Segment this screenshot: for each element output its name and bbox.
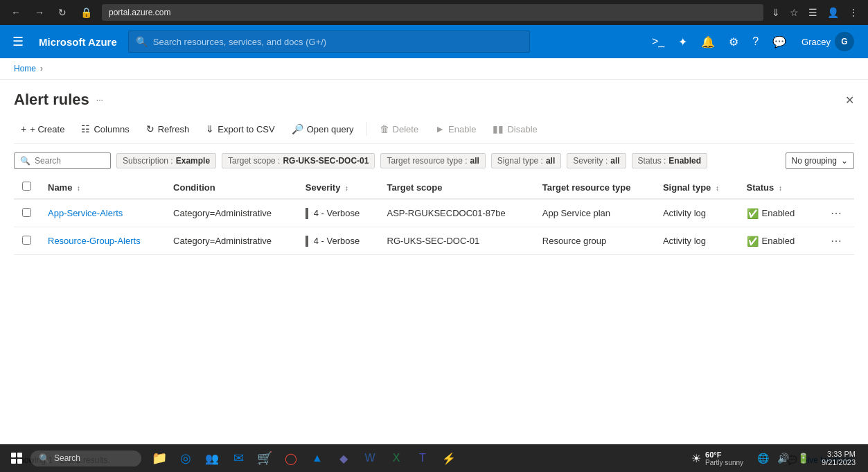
browser-download-icon[interactable]: ⇓ <box>769 6 783 19</box>
hamburger-menu-icon[interactable]: ☰ <box>8 31 28 52</box>
search-box[interactable]: 🔍 <box>14 152 111 169</box>
taskbar-word-icon[interactable]: W <box>357 446 382 471</box>
azure-search-bar[interactable]: 🔍 <box>128 30 530 53</box>
feedback-button[interactable]: 💬 <box>768 33 790 51</box>
notifications-button[interactable]: 🔔 <box>697 33 719 51</box>
name-column-header[interactable]: Name ↕ <box>39 176 165 199</box>
condition-column-header[interactable]: Condition <box>165 176 297 199</box>
browser-favorites-icon[interactable]: ☆ <box>787 6 801 19</box>
severity-value: all <box>610 156 619 166</box>
taskbar-chrome-icon[interactable]: ◯ <box>278 446 303 471</box>
row-checkbox-0[interactable] <box>22 208 31 217</box>
taskbar-teams-icon[interactable]: 👥 <box>200 446 224 471</box>
clock-time: 3:33 PM <box>822 450 856 458</box>
breadcrumb-home-link[interactable]: Home <box>14 64 36 73</box>
page-container: Alert rules ··· ✕ + + Create ☷ Columns ↻… <box>0 80 868 446</box>
more-actions-button[interactable]: ⋯ <box>826 205 846 221</box>
row-checkbox-cell[interactable] <box>14 227 39 255</box>
azure-logo: Microsoft Azure <box>39 36 117 48</box>
weather-desc: Partly sunny <box>705 459 743 466</box>
taskbar-power-icon[interactable]: ⚡ <box>436 446 461 471</box>
subscription-filter[interactable]: Subscription : Example <box>116 153 216 168</box>
severity-sort-icon: ↕ <box>345 184 348 192</box>
weather-widget[interactable]: ☀ 60°F Partly sunny <box>686 449 749 468</box>
select-all-checkbox[interactable] <box>22 182 31 191</box>
refresh-button[interactable]: ↻ Refresh <box>139 120 197 138</box>
row-actions-cell: ⋯ <box>813 199 854 227</box>
taskbar-sys-tray: ☀ 60°F Partly sunny 🌐 🔊 🔋 3:33 PM 9/21/2… <box>686 448 862 468</box>
browser-extensions-icon[interactable]: ☰ <box>806 6 820 19</box>
export-csv-button[interactable]: ⇓ Export to CSV <box>199 120 281 138</box>
status-label: Status : <box>638 156 666 166</box>
taskbar-teams3-icon[interactable]: T <box>410 446 435 471</box>
severity-filter[interactable]: Severity : all <box>567 153 626 168</box>
target-scope-column-header[interactable]: Target scope <box>379 176 534 199</box>
row-name-link[interactable]: App-Service-Alerts <box>48 208 123 218</box>
nav-back-button[interactable]: ← <box>7 4 25 21</box>
search-icon: 🔍 <box>20 156 30 166</box>
taskbar-store-icon[interactable]: 🛒 <box>252 446 277 471</box>
signal-type-filter[interactable]: Signal type : all <box>491 153 561 168</box>
enable-icon: ► <box>435 123 445 134</box>
severity-column-header[interactable]: Severity ↕ <box>297 176 379 199</box>
azure-search-input[interactable] <box>153 37 522 47</box>
disable-button[interactable]: ▮▮ Disable <box>486 120 544 138</box>
delete-button[interactable]: 🗑 Delete <box>373 120 426 138</box>
taskbar-search-text: Search <box>54 453 80 463</box>
taskbar-browser-icon[interactable]: ◎ <box>173 446 198 471</box>
sys-tray-battery-icon[interactable]: 🔋 <box>795 451 812 465</box>
select-all-header[interactable] <box>14 176 39 199</box>
signal-type-sort-icon: ↕ <box>716 184 719 192</box>
create-button[interactable]: + + Create <box>14 120 71 138</box>
signal-type-column-header[interactable]: Signal type ↕ <box>655 176 738 199</box>
severity-label: Severity : <box>573 156 608 166</box>
row-name-link[interactable]: Resource-Group-Alerts <box>48 236 141 246</box>
taskbar-excel-icon[interactable]: X <box>384 446 409 471</box>
browser-bar: ← → ↻ 🔒 ⇓ ☆ ☰ 👤 ⋮ <box>0 0 868 25</box>
start-button[interactable] <box>6 447 28 469</box>
taskbar: 🔍 Search 📁 ◎ 👥 ✉ 🛒 ◯ ▲ ◆ W X <box>0 444 868 472</box>
close-icon[interactable]: ✕ <box>845 94 854 107</box>
sys-tray-network-icon[interactable]: 🌐 <box>754 451 772 465</box>
nav-refresh-button[interactable]: ↻ <box>54 4 71 21</box>
enable-button[interactable]: ► Enable <box>428 120 483 138</box>
cloud-shell-button[interactable]: >_ <box>648 33 668 51</box>
sys-tray-clock[interactable]: 3:33 PM 9/21/2023 <box>817 448 860 468</box>
taskbar-teams2-icon[interactable]: ◆ <box>331 446 356 471</box>
target-resource-type-value: all <box>470 156 479 166</box>
taskbar-mail-icon[interactable]: ✉ <box>226 446 251 471</box>
target-scope-filter[interactable]: Target scope : RG-UKS-SEC-DOC-01 <box>222 153 375 168</box>
nav-forward-button[interactable]: → <box>30 4 48 21</box>
target-resource-type-filter[interactable]: Target resource type : all <box>380 153 485 168</box>
search-input[interactable] <box>35 156 104 166</box>
status-column-header[interactable]: Status ↕ <box>738 176 813 199</box>
row-checkbox-1[interactable] <box>22 236 31 245</box>
page-title: Alert rules <box>14 91 89 109</box>
row-target-scope-cell: ASP-RGUKSECDOC01-87be <box>379 199 534 227</box>
nav-home-button[interactable]: 🔒 <box>76 4 96 21</box>
taskbar-file-explorer-icon[interactable]: 📁 <box>147 446 172 471</box>
user-section[interactable]: Gracey G <box>796 29 860 54</box>
browser-profile-icon[interactable]: 👤 <box>824 6 842 19</box>
settings-button[interactable]: ⚙ <box>725 33 743 51</box>
target-resource-type-column-header[interactable]: Target resource type <box>534 176 655 199</box>
windows-logo <box>11 453 22 464</box>
copilot-button[interactable]: ✦ <box>674 33 691 51</box>
more-actions-button[interactable]: ⋯ <box>826 233 846 249</box>
subscription-label: Subscription : <box>123 156 173 166</box>
taskbar-search[interactable]: 🔍 Search <box>30 451 141 466</box>
row-checkbox-cell[interactable] <box>14 199 39 227</box>
row-signal-type-cell: Activity log <box>655 199 738 227</box>
row-severity-cell: 4 - Verbose <box>297 227 379 255</box>
help-button[interactable]: ? <box>748 33 763 51</box>
address-bar[interactable] <box>102 4 763 21</box>
open-query-button[interactable]: 🔎 Open query <box>285 120 361 138</box>
status-filter[interactable]: Status : Enabled <box>632 153 707 168</box>
browser-settings-icon[interactable]: ⋮ <box>846 6 861 19</box>
taskbar-azure-icon[interactable]: ▲ <box>305 446 330 471</box>
sys-tray-volume-icon[interactable]: 🔊 <box>774 451 792 465</box>
columns-button[interactable]: ☷ Columns <box>74 120 136 138</box>
grouping-dropdown[interactable]: No grouping ⌄ <box>786 152 854 169</box>
target-scope-value: RG-UKS-SEC-DOC-01 <box>283 156 369 166</box>
status-enabled-icon: ✅ <box>747 236 759 247</box>
